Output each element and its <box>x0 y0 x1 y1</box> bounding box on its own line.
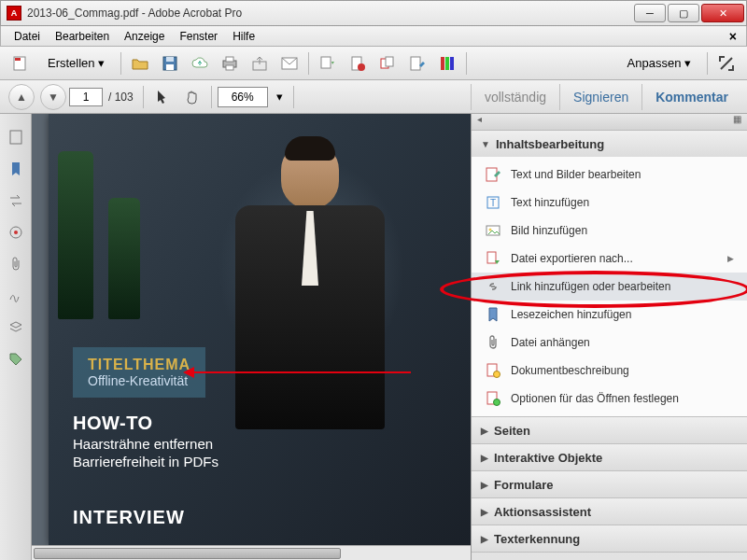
bookmarks-icon[interactable] <box>6 159 26 179</box>
tool-add-edit-link[interactable]: Link hinzufügen oder bearbeiten <box>472 273 747 301</box>
titlebar: A 2013-06_Commag.pdf - Adobe Acrobat Pro… <box>0 0 747 26</box>
save-icon[interactable] <box>157 50 183 77</box>
tab-sign[interactable]: Signieren <box>559 84 641 110</box>
horizontal-scrollbar[interactable] <box>32 545 471 560</box>
dropdown-caret-icon: ▾ <box>98 56 105 70</box>
paperclip-icon <box>485 334 501 351</box>
section-interactive[interactable]: ▶Interaktive Objekte <box>472 444 747 470</box>
svg-point-21 <box>14 231 18 234</box>
create-button[interactable]: Erstellen ▾ <box>37 50 115 77</box>
howto-label: HOW-TO <box>73 413 218 434</box>
tags-icon[interactable] <box>6 349 26 370</box>
cloud-icon[interactable] <box>187 50 213 77</box>
svg-rect-19 <box>10 131 21 144</box>
menubar: Datei Bearbeiten Anzeige Fenster Hilfe × <box>0 26 747 47</box>
menu-hilfe[interactable]: Hilfe <box>225 28 262 45</box>
chevron-right-icon: ▶ <box>727 254 734 263</box>
tools-panel: ◂▦ ▼ Inhaltsbearbeitung Text und Bilder … <box>471 114 747 560</box>
svg-point-26 <box>489 229 492 231</box>
share-icon[interactable] <box>247 50 273 77</box>
chevron-right-icon: ▶ <box>481 426 488 436</box>
zoom-input[interactable] <box>218 87 268 107</box>
select-tool-icon[interactable] <box>149 84 176 110</box>
bottle-graphic <box>58 151 93 319</box>
hand-tool-icon[interactable] <box>179 84 205 110</box>
nav-toolbar: ▲ ▼ / 103 ▾ vollständig Signieren Kommen… <box>0 80 747 114</box>
section-label: Inhaltsbearbeitung <box>496 137 604 151</box>
left-sidebar <box>0 114 32 560</box>
svg-rect-27 <box>487 252 496 263</box>
panel-menu-icon[interactable]: ▦ <box>733 114 741 130</box>
combine-icon[interactable] <box>374 50 401 77</box>
svg-point-29 <box>494 371 500 378</box>
fullscreen-icon[interactable] <box>713 50 740 77</box>
export-pdf-icon[interactable] <box>345 50 371 77</box>
tool-edit-text-images[interactable]: Text und Bilder bearbeiten <box>472 161 747 189</box>
svg-text:T: T <box>490 198 496 208</box>
svg-rect-7 <box>226 65 233 70</box>
add-text-icon: T <box>485 194 501 211</box>
tool-export-file[interactable]: Datei exportieren nach...▶ <box>472 245 747 273</box>
prev-page-button[interactable]: ▲ <box>8 84 35 110</box>
print-icon[interactable] <box>217 50 243 77</box>
thumbnails-icon[interactable] <box>6 127 26 147</box>
svg-rect-4 <box>166 64 174 70</box>
menu-bearbeiten[interactable]: Bearbeiten <box>48 28 117 45</box>
howto-block: HOW-TO Haarsträhne entfernen Barrierefre… <box>73 413 218 469</box>
tool-attach-file[interactable]: Datei anhängen <box>472 329 747 357</box>
signatures-icon[interactable] <box>6 286 26 306</box>
minimize-button[interactable]: ─ <box>634 4 666 22</box>
layers-icon[interactable] <box>6 317 26 338</box>
tool-add-text[interactable]: TText hinzufügen <box>472 189 747 217</box>
create-pdf-icon[interactable] <box>7 50 34 77</box>
menu-datei[interactable]: Datei <box>7 28 48 45</box>
document-close-button[interactable]: × <box>726 29 740 44</box>
tool-add-image[interactable]: Bild hinzufügen <box>472 217 747 245</box>
section-pages[interactable]: ▶Seiten <box>472 417 747 443</box>
titelthema-label: TITELTHEMA <box>88 357 190 373</box>
tool-doc-description[interactable]: Dokumentbeschreibung <box>472 357 747 385</box>
tool-open-options[interactable]: Optionen für das Öffnen festlegen <box>472 385 747 413</box>
page-number-input[interactable] <box>69 88 103 106</box>
link-icon <box>485 278 501 295</box>
customize-button[interactable]: Anpassen ▾ <box>617 50 701 77</box>
collapse-left-icon[interactable]: ◂ <box>477 114 482 130</box>
next-page-button[interactable]: ▼ <box>40 84 66 110</box>
tab-comment[interactable]: Kommentar <box>641 84 741 110</box>
tab-full[interactable]: vollständig <box>471 84 559 110</box>
svg-point-31 <box>494 399 500 406</box>
page-count: / 103 <box>108 91 134 104</box>
panel-top-strip: ◂▦ <box>472 114 747 131</box>
svg-rect-6 <box>226 57 233 62</box>
section-content-editing[interactable]: ▼ Inhaltsbearbeitung <box>472 131 747 157</box>
titelthema-subtitle: Offline-Kreativität <box>88 373 190 388</box>
section-actions[interactable]: ▶Aktionsassistent <box>472 498 747 525</box>
swap-icon[interactable] <box>6 190 26 211</box>
section-ocr[interactable]: ▶Texterkennung <box>472 525 747 552</box>
description-icon <box>485 362 501 379</box>
menu-anzeige[interactable]: Anzeige <box>117 28 172 45</box>
chevron-right-icon: ▶ <box>481 480 488 490</box>
edit-text-icon <box>485 166 501 183</box>
email-icon[interactable] <box>276 50 303 77</box>
customize-label: Anpassen <box>627 56 682 70</box>
tool-add-bookmark[interactable]: Lesezeichen hinzufügen <box>472 301 747 329</box>
color-icon[interactable] <box>434 50 460 77</box>
section-forms[interactable]: ▶Formulare <box>472 471 747 497</box>
svg-rect-16 <box>441 57 444 70</box>
zoom-dropdown-icon[interactable]: ▾ <box>272 84 288 110</box>
interview-label: INTERVIEW <box>73 507 185 528</box>
document-area[interactable]: TITELTHEMA Offline-Kreativität HOW-TO Ha… <box>32 114 471 560</box>
close-button[interactable]: ✕ <box>701 4 744 22</box>
edit-tool-icon[interactable] <box>404 50 430 77</box>
app-icon: A <box>7 6 21 21</box>
target-icon[interactable] <box>6 222 26 243</box>
howto-line1: Haarsträhne entfernen <box>73 436 218 452</box>
menu-fenster[interactable]: Fenster <box>172 28 225 45</box>
open-icon[interactable] <box>127 50 153 77</box>
convert-icon[interactable] <box>315 50 341 77</box>
attachments-icon[interactable] <box>6 254 26 274</box>
window-title: 2013-06_Commag.pdf - Adobe Acrobat Pro <box>25 7 632 20</box>
maximize-button[interactable]: ▢ <box>668 4 699 22</box>
annotation-arrow <box>187 371 411 373</box>
